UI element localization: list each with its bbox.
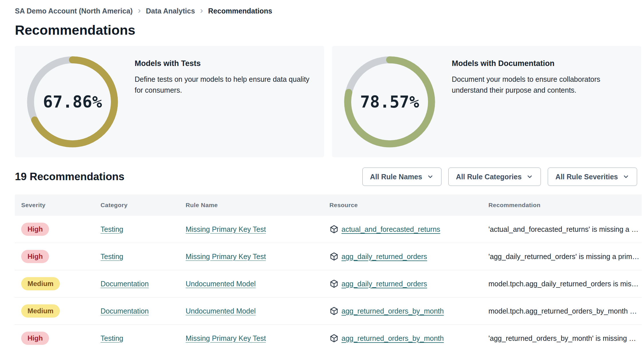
breadcrumb-project[interactable]: Data Analytics xyxy=(146,7,195,15)
rule-severities-filter-dropdown[interactable]: All Rule Severities xyxy=(548,168,637,186)
chevron-down-icon xyxy=(623,173,629,180)
category-link[interactable]: Documentation xyxy=(101,280,149,288)
resource-cell: actual_and_forecasted_returns xyxy=(323,225,482,234)
table-row: Medium Documentation Undocumented Model xyxy=(15,298,642,325)
card-text: Models with Documentation Document your … xyxy=(452,56,630,96)
resource-link[interactable]: actual_and_forecasted_returns xyxy=(341,225,440,234)
severity-cell: High xyxy=(15,250,94,263)
category-link[interactable]: Testing xyxy=(101,225,123,233)
rule-name-link[interactable]: Missing Primary Key Test xyxy=(186,334,266,342)
severity-badge: High xyxy=(21,250,49,263)
tests-percent-value: 67.86% xyxy=(26,56,119,148)
breadcrumb-account[interactable]: SA Demo Account (North America) xyxy=(15,7,133,15)
recommendation-cell: model.tpch.agg_daily_returned_orders is … xyxy=(482,280,642,288)
resource-cell: agg_returned_orders_by_month xyxy=(323,306,482,316)
breadcrumb-current: Recommendations xyxy=(208,7,272,15)
cube-icon xyxy=(329,334,339,343)
rule-name-cell: Missing Primary Key Test xyxy=(179,225,323,234)
severity-badge: High xyxy=(21,332,49,345)
docs-donut-chart: 78.57% xyxy=(343,56,436,148)
rule-name-cell: Undocumented Model xyxy=(179,307,323,315)
card-description: Define tests on your models to help ensu… xyxy=(135,74,313,96)
column-header-category: Category xyxy=(94,202,179,209)
card-title: Models with Documentation xyxy=(452,59,630,68)
tests-donut-chart: 67.86% xyxy=(26,56,119,148)
severity-cell: Medium xyxy=(15,304,94,318)
card-text: Models with Tests Define tests on your m… xyxy=(135,56,313,96)
category-link[interactable]: Testing xyxy=(101,334,123,342)
recommendation-cell: model.tpch.agg_returned_orders_by_month … xyxy=(482,307,642,315)
resource-cell: agg_daily_returned_orders xyxy=(323,279,482,288)
category-link[interactable]: Testing xyxy=(101,252,123,260)
column-header-rule-name: Rule Name xyxy=(179,202,323,209)
recommendations-count-title: 19 Recommendations xyxy=(15,171,124,183)
chevron-down-icon xyxy=(427,173,434,180)
column-header-recommendation: Recommendation xyxy=(482,202,642,209)
chevron-right-icon: › xyxy=(138,6,141,15)
severity-cell: High xyxy=(15,223,94,236)
rule-name-link[interactable]: Undocumented Model xyxy=(186,280,256,288)
resource-link[interactable]: agg_returned_orders_by_month xyxy=(341,307,444,315)
rule-names-filter-dropdown[interactable]: All Rule Names xyxy=(362,168,441,186)
cube-icon xyxy=(329,225,339,234)
summary-cards: 67.86% Models with Tests Define tests on… xyxy=(15,46,641,157)
table-body: High Testing Missing Primary Key Test xyxy=(15,216,642,350)
filter-label: All Rule Categories xyxy=(456,173,522,181)
models-with-tests-card: 67.86% Models with Tests Define tests on… xyxy=(15,46,324,157)
column-header-severity: Severity xyxy=(15,202,94,209)
table-header-row: Severity Category Rule Name Resource Rec… xyxy=(15,195,642,216)
category-link[interactable]: Documentation xyxy=(101,307,149,315)
chevron-down-icon xyxy=(526,173,533,180)
cube-icon xyxy=(329,279,339,288)
list-header: 19 Recommendations All Rule Names All Ru… xyxy=(15,168,641,186)
recommendation-cell: 'agg_daily_returned_orders' is missing a… xyxy=(482,252,642,261)
severity-badge: Medium xyxy=(21,277,60,290)
filter-label: All Rule Names xyxy=(370,173,422,181)
rule-name-cell: Missing Primary Key Test xyxy=(179,334,323,343)
resource-link[interactable]: agg_daily_returned_orders xyxy=(341,280,427,288)
column-header-resource: Resource xyxy=(323,202,482,209)
category-cell: Testing xyxy=(94,252,179,261)
severity-badge: High xyxy=(21,223,49,236)
rule-name-link[interactable]: Undocumented Model xyxy=(186,307,256,315)
severity-cell: High xyxy=(15,332,94,345)
models-with-documentation-card: 78.57% Models with Documentation Documen… xyxy=(332,46,641,157)
rule-categories-filter-dropdown[interactable]: All Rule Categories xyxy=(448,168,541,186)
category-cell: Documentation xyxy=(94,307,179,315)
resource-link[interactable]: agg_returned_orders_by_month xyxy=(341,334,444,343)
table-row: High Testing Missing Primary Key Test xyxy=(15,243,642,270)
table-row: High Testing Missing Primary Key Test xyxy=(15,216,642,243)
card-description: Document your models to ensure collabora… xyxy=(452,74,630,96)
recommendations-table: Severity Category Rule Name Resource Rec… xyxy=(15,195,642,350)
table-row: High Testing Missing Primary Key Test xyxy=(15,325,642,350)
chevron-right-icon: › xyxy=(200,6,203,15)
docs-percent-value: 78.57% xyxy=(343,56,436,148)
rule-name-link[interactable]: Missing Primary Key Test xyxy=(186,252,266,260)
recommendations-page: SA Demo Account (North America) › Data A… xyxy=(0,0,644,350)
filter-bar: All Rule Names All Rule Categories All R… xyxy=(362,168,637,186)
rule-name-cell: Missing Primary Key Test xyxy=(179,252,323,261)
table-row: Medium Documentation Undocumented Model xyxy=(15,270,642,298)
breadcrumb: SA Demo Account (North America) › Data A… xyxy=(15,6,641,16)
cube-icon xyxy=(329,306,339,316)
severity-badge: Medium xyxy=(21,304,60,318)
card-title: Models with Tests xyxy=(135,59,313,68)
resource-link[interactable]: agg_daily_returned_orders xyxy=(341,252,427,261)
page-title: Recommendations xyxy=(15,22,641,38)
category-cell: Testing xyxy=(94,225,179,234)
rule-name-cell: Undocumented Model xyxy=(179,280,323,288)
recommendation-cell: 'actual_and_forecasted_returns' is missi… xyxy=(482,225,642,234)
severity-cell: Medium xyxy=(15,277,94,290)
category-cell: Testing xyxy=(94,334,179,343)
cube-icon xyxy=(329,252,339,261)
recommendation-cell: 'agg_returned_orders_by_month' is missin… xyxy=(482,334,642,343)
resource-cell: agg_daily_returned_orders xyxy=(323,252,482,261)
rule-name-link[interactable]: Missing Primary Key Test xyxy=(186,225,266,233)
resource-cell: agg_returned_orders_by_month xyxy=(323,334,482,343)
filter-label: All Rule Severities xyxy=(555,173,618,181)
category-cell: Documentation xyxy=(94,280,179,288)
